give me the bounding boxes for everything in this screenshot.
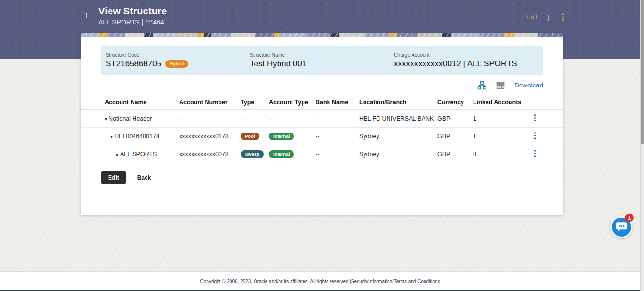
download-link[interactable]: Download	[514, 82, 543, 89]
account-type-badge: Internal	[269, 150, 294, 158]
terms-and-conditions-link[interactable]: Terms and Conditions	[394, 279, 440, 284]
linked-accounts: 1	[473, 115, 532, 122]
structure-name-value: Test Hybrid 001	[250, 59, 306, 69]
type-cell: --	[241, 115, 269, 122]
header-edit-link[interactable]: Edit	[526, 13, 537, 21]
hybrid-badge: Hybrid	[165, 60, 188, 68]
account-type-cell: Internal	[269, 133, 316, 140]
account-number: --	[179, 115, 241, 122]
header-separator: |	[548, 13, 549, 21]
expand-caret-icon[interactable]: ▸	[116, 152, 119, 157]
column-header: Account Name	[105, 99, 179, 106]
structure-name-field: Structure Name Test Hybrid 001	[250, 52, 394, 69]
account-number: xxxxxxxxxxxx0078	[179, 151, 241, 158]
account-type-cell: --	[269, 115, 316, 122]
account-name: ALL SPORTS	[120, 151, 157, 158]
edit-button[interactable]: Edit	[101, 171, 126, 184]
page-title: View Structure	[98, 6, 167, 17]
account-type-badge: Internal	[269, 133, 294, 140]
page-subtitle: ALL SPORTS | ***464	[98, 18, 164, 26]
column-header: Currency	[437, 99, 473, 106]
column-header: Linked Accounts	[473, 99, 532, 106]
structure-summary-panel: Structure Code ST2165868705 Hybrid Struc…	[101, 46, 543, 75]
table-body: ▾ Notional Header -- -- -- -- HEL FC UNI…	[81, 110, 563, 163]
chat-fab[interactable]: 1	[610, 216, 632, 238]
account-type-cell: Internal	[269, 150, 316, 158]
header-menu-icon[interactable]	[560, 12, 566, 23]
chat-bubble-icon	[615, 221, 628, 233]
location-branch: Sydney	[359, 133, 437, 140]
account-name: HEL0046400178	[114, 133, 159, 140]
column-header: Location/Branch	[359, 99, 437, 106]
location-branch: HEL FC UNIVERSAL BANK	[359, 115, 437, 122]
type-cell: Sweep	[241, 150, 269, 158]
card-actions: Edit Back	[101, 171, 563, 184]
bank-name: --	[316, 133, 359, 140]
column-header: Account Number	[179, 99, 241, 106]
scrollbar-thumb[interactable]	[641, 0, 644, 144]
page-background: ↑ View Structure ALL SPORTS | ***464 Edi…	[0, 0, 640, 291]
table-row: ▾ HEL0046400178 xxxxxxxxxxxx0178 Pool In…	[81, 128, 563, 146]
back-link[interactable]: Back	[137, 174, 151, 181]
copyright-text: Copyright © 2006, 2023, Oracle and/or it…	[200, 279, 350, 284]
structure-code-value: ST2165868705	[106, 59, 161, 69]
bank-name: --	[316, 115, 359, 122]
page-footer: Copyright © 2006, 2023, Oracle and/or it…	[0, 271, 640, 291]
charge-account-label: Charge Account	[394, 52, 538, 58]
linked-accounts: 1	[473, 133, 532, 140]
expand-caret-icon[interactable]: ▾	[110, 134, 113, 139]
accounts-table: Account NameAccount NumberTypeAccount Ty…	[81, 95, 563, 163]
column-header: Bank Name	[316, 99, 359, 106]
tree-view-icon[interactable]	[477, 81, 486, 90]
security-information-link[interactable]: SecurityInformation	[351, 279, 392, 284]
column-header: Type	[241, 99, 269, 106]
row-menu-icon[interactable]	[532, 112, 538, 123]
currency: GBP	[437, 133, 473, 140]
column-header: Account Type	[269, 99, 316, 106]
structure-card: Structure Code ST2165868705 Hybrid Struc…	[81, 33, 563, 215]
account-name: Notional Header	[109, 115, 152, 122]
expand-caret-icon[interactable]: ▾	[105, 116, 107, 121]
table-row: ▾ Notional Header -- -- -- -- HEL FC UNI…	[81, 110, 563, 128]
view-toolbar: Download	[101, 81, 543, 90]
scrollbar[interactable]	[640, 0, 644, 291]
decorative-mosaic-strip	[81, 33, 563, 37]
type-badge: Sweep	[241, 150, 264, 158]
currency: GBP	[437, 115, 473, 122]
structure-code-label: Structure Code	[106, 52, 250, 58]
linked-accounts: 0	[473, 151, 532, 158]
chat-unread-badge: 1	[625, 214, 634, 222]
structure-code-field: Structure Code ST2165868705 Hybrid	[106, 52, 250, 69]
table-view-icon[interactable]	[496, 81, 505, 90]
type-badge: Pool	[241, 133, 259, 140]
charge-account-value: xxxxxxxxxxxx0012 | ALL SPORTS	[394, 59, 517, 69]
account-number: xxxxxxxxxxxx0178	[179, 133, 241, 140]
row-menu-icon[interactable]	[532, 130, 538, 141]
table-header-row: Account NameAccount NumberTypeAccount Ty…	[81, 95, 563, 110]
structure-name-label: Structure Name	[250, 52, 394, 58]
type-cell: Pool	[241, 133, 269, 140]
table-row: ▸ ALL SPORTS xxxxxxxxxxxx0078 Sweep Inte…	[81, 146, 563, 163]
row-menu-icon[interactable]	[532, 148, 538, 159]
up-arrow-icon[interactable]: ↑	[85, 11, 89, 20]
charge-account-field: Charge Account xxxxxxxxxxxx0012 | ALL SP…	[394, 52, 538, 69]
currency: GBP	[437, 151, 473, 158]
location-branch: Sydney	[359, 151, 437, 158]
bank-name: --	[316, 151, 359, 158]
